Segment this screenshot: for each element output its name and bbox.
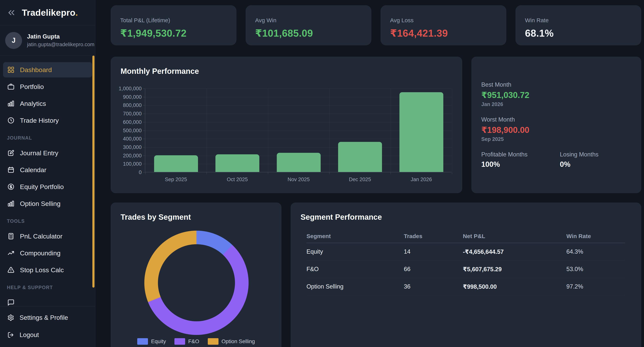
trades-by-segment-title: Trades by Segment <box>120 213 191 222</box>
cell-net-pnl: ₹998,500.00 <box>463 283 566 290</box>
stat-value: ₹1,949,530.72 <box>120 28 227 39</box>
worst-month-value: ₹198,900.00 <box>481 125 631 135</box>
bar-dec-2025[interactable] <box>338 142 382 172</box>
axis-tick <box>143 130 145 131</box>
column-header-segment: Segment <box>306 233 404 240</box>
y-tick-label: 800,000 <box>111 102 142 108</box>
sidebar-scrollbar-thumb[interactable] <box>92 56 94 288</box>
worst-month-label: Worst Month <box>481 116 631 123</box>
y-tick-label: 600,000 <box>111 119 142 125</box>
sidebar-item-stop-loss-calc[interactable]: Stop Loss Calc <box>3 262 92 278</box>
sidebar-item-label: Dashboard <box>20 66 52 74</box>
axis-tick <box>268 172 268 174</box>
user-profile-row[interactable]: J Jatin Gupta jatin.gupta@tradelikepro.c… <box>0 25 95 56</box>
stat-card-total-p-l-lifetime: Total P&L (Lifetime)₹1,949,530.72 <box>111 5 236 45</box>
avatar: J <box>5 32 22 49</box>
segment-performance-card: Segment Performance SegmentTradesNet P&L… <box>291 203 641 347</box>
sidebar-item-label: Trade History <box>20 117 59 124</box>
sidebar-item-calendar[interactable]: Calendar <box>3 162 92 178</box>
sidebar-item-label: PnL Calculator <box>20 232 62 240</box>
sidebar-item-label: Analytics <box>20 100 46 107</box>
briefcase-icon <box>7 83 14 90</box>
logout-icon <box>7 332 14 338</box>
main-content: Total P&L (Lifetime)₹1,949,530.72Avg Win… <box>95 0 644 347</box>
table-row-equity: Equity14-₹4,656,644.5764.3% <box>306 243 625 260</box>
brand-dot: . <box>76 8 78 18</box>
sidebar-item-equity-portfolio[interactable]: Equity Portfolio <box>3 179 92 194</box>
stat-card-win-rate: Win Rate68.1% <box>516 5 641 45</box>
cell-trades: 66 <box>404 266 463 272</box>
donut-chart[interactable] <box>144 231 248 335</box>
bar-sep-2025[interactable] <box>154 155 198 172</box>
bar-nov-2025[interactable] <box>277 153 321 172</box>
sidebar-item-label: Portfolio <box>20 83 44 90</box>
axis-tick <box>143 88 145 89</box>
cell-win-rate: 53.0% <box>566 266 625 272</box>
calculator-icon <box>7 232 14 240</box>
best-worst-card: Best Month ₹951,030.72 Jan 2026 Worst Mo… <box>472 57 641 193</box>
months-ratio-block: Profitable Months 100% Losing Months 0% <box>481 151 631 168</box>
table-row-option-selling: Option Selling36₹998,500.0097.2% <box>306 278 625 296</box>
sidebar-item-trade-history[interactable]: Trade History <box>3 113 92 128</box>
table-row-f-o: F&O66₹5,607,675.2953.0% <box>306 260 625 278</box>
bar-chart-plot: Sep 2025Oct 2025Nov 2025Dec 2025Jan 2026 <box>145 88 452 172</box>
losing-months-label: Losing Months <box>560 151 631 158</box>
legend-item-f-o[interactable]: F&O <box>174 338 199 345</box>
column-header-net-p-l: Net P&L <box>463 233 566 240</box>
y-tick-label: 1,000,000 <box>111 86 142 92</box>
sidebar-item-journal-entry[interactable]: Journal Entry <box>3 145 92 161</box>
sidebar-item-label: Option Selling <box>20 200 60 208</box>
sidebar-item-logout[interactable]: Logout <box>3 327 92 343</box>
stat-label: Avg Loss <box>390 17 497 24</box>
bar-oct-2025[interactable] <box>216 154 259 172</box>
best-month-period: Jan 2026 <box>481 102 631 107</box>
bar-chart-icon <box>7 100 14 107</box>
sidebar-item-item[interactable] <box>3 295 92 306</box>
cell-trades: 36 <box>404 283 463 290</box>
legend-item-equity[interactable]: Equity <box>137 338 166 345</box>
best-month-value: ₹951,030.72 <box>481 90 631 100</box>
gridline <box>145 88 452 89</box>
cell-segment: Option Selling <box>306 283 404 290</box>
cell-win-rate: 64.3% <box>566 248 625 255</box>
stat-card-avg-loss: Avg Loss₹164,421.39 <box>381 5 506 45</box>
y-tick-label: 0 <box>111 170 142 176</box>
stat-value: ₹101,685.09 <box>255 28 362 39</box>
gridline <box>390 88 391 172</box>
gridline <box>329 88 330 172</box>
sidebar-item-dashboard[interactable]: Dashboard <box>3 62 92 78</box>
user-name: Jatin Gupta <box>27 33 94 40</box>
nav-section-journal: JOURNAL <box>0 135 95 141</box>
sidebar-item-label: Stop Loss Calc <box>20 266 64 274</box>
legend-item-option-selling[interactable]: Option Selling <box>208 338 255 345</box>
bar-jan-2026[interactable] <box>400 92 443 172</box>
x-tick-label: Dec 2025 <box>329 176 390 182</box>
best-month-block: Best Month ₹951,030.72 Jan 2026 <box>481 81 631 107</box>
axis-tick <box>452 172 452 174</box>
edit-icon <box>7 149 14 157</box>
sidebar-item-pnl-calculator[interactable]: PnL Calculator <box>3 228 92 244</box>
sidebar-item-option-selling[interactable]: Option Selling <box>3 196 92 211</box>
sidebar-item-compounding[interactable]: Compounding <box>3 246 92 261</box>
dollar-circle-icon <box>7 183 14 190</box>
collapse-sidebar-icon[interactable] <box>6 7 16 18</box>
y-tick-label: 400,000 <box>111 136 142 142</box>
profitable-months-label: Profitable Months <box>481 151 560 158</box>
legend-swatch <box>174 338 185 345</box>
nav-section-tools: TOOLS <box>0 218 95 224</box>
cell-net-pnl: ₹5,607,675.29 <box>463 266 566 273</box>
bar-chart-icon <box>7 200 14 207</box>
cell-segment: Equity <box>306 248 404 255</box>
axis-tick <box>143 122 145 122</box>
brand-logo: Tradelikepro. <box>22 8 78 18</box>
axis-tick <box>143 139 145 139</box>
message-square-icon <box>7 299 14 306</box>
sidebar-item-label: Settings & Profile <box>20 314 68 321</box>
sidebar-item-settings-profile[interactable]: Settings & Profile <box>3 310 92 326</box>
sidebar-item-analytics[interactable]: Analytics <box>3 96 92 111</box>
x-tick-label: Oct 2025 <box>206 176 268 182</box>
logo-row: Tradelikepro. <box>0 0 95 25</box>
gear-icon <box>7 314 14 321</box>
axis-tick <box>143 172 145 172</box>
sidebar-item-portfolio[interactable]: Portfolio <box>3 79 92 94</box>
